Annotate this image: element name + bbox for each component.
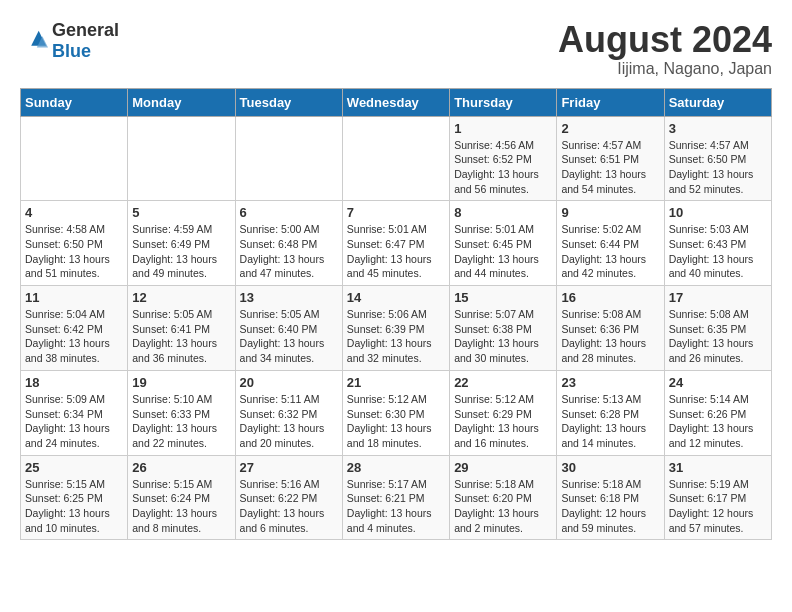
day-info: Sunrise: 5:08 AMSunset: 6:35 PMDaylight:… <box>669 307 767 366</box>
calendar-cell: 15Sunrise: 5:07 AMSunset: 6:38 PMDayligh… <box>450 286 557 371</box>
day-info: Sunrise: 5:01 AMSunset: 6:47 PMDaylight:… <box>347 222 445 281</box>
calendar-cell: 8Sunrise: 5:01 AMSunset: 6:45 PMDaylight… <box>450 201 557 286</box>
day-info: Sunrise: 4:57 AMSunset: 6:51 PMDaylight:… <box>561 138 659 197</box>
day-number: 21 <box>347 375 445 390</box>
day-info: Sunrise: 4:59 AMSunset: 6:49 PMDaylight:… <box>132 222 230 281</box>
day-number: 5 <box>132 205 230 220</box>
calendar-cell: 4Sunrise: 4:58 AMSunset: 6:50 PMDaylight… <box>21 201 128 286</box>
calendar-cell: 5Sunrise: 4:59 AMSunset: 6:49 PMDaylight… <box>128 201 235 286</box>
logo: General Blue <box>20 20 119 62</box>
header-day-tuesday: Tuesday <box>235 88 342 116</box>
calendar-week-3: 11Sunrise: 5:04 AMSunset: 6:42 PMDayligh… <box>21 286 772 371</box>
day-number: 11 <box>25 290 123 305</box>
day-info: Sunrise: 4:57 AMSunset: 6:50 PMDaylight:… <box>669 138 767 197</box>
day-info: Sunrise: 5:08 AMSunset: 6:36 PMDaylight:… <box>561 307 659 366</box>
day-info: Sunrise: 5:02 AMSunset: 6:44 PMDaylight:… <box>561 222 659 281</box>
day-number: 2 <box>561 121 659 136</box>
day-number: 19 <box>132 375 230 390</box>
day-info: Sunrise: 5:05 AMSunset: 6:40 PMDaylight:… <box>240 307 338 366</box>
calendar-cell: 6Sunrise: 5:00 AMSunset: 6:48 PMDaylight… <box>235 201 342 286</box>
day-info: Sunrise: 5:07 AMSunset: 6:38 PMDaylight:… <box>454 307 552 366</box>
calendar-cell: 17Sunrise: 5:08 AMSunset: 6:35 PMDayligh… <box>664 286 771 371</box>
calendar-cell <box>235 116 342 201</box>
header-day-saturday: Saturday <box>664 88 771 116</box>
day-info: Sunrise: 5:19 AMSunset: 6:17 PMDaylight:… <box>669 477 767 536</box>
day-info: Sunrise: 4:56 AMSunset: 6:52 PMDaylight:… <box>454 138 552 197</box>
header-day-friday: Friday <box>557 88 664 116</box>
day-info: Sunrise: 5:15 AMSunset: 6:24 PMDaylight:… <box>132 477 230 536</box>
calendar-header: SundayMondayTuesdayWednesdayThursdayFrid… <box>21 88 772 116</box>
day-info: Sunrise: 5:14 AMSunset: 6:26 PMDaylight:… <box>669 392 767 451</box>
logo-text-blue: Blue <box>52 41 91 61</box>
calendar-body: 1Sunrise: 4:56 AMSunset: 6:52 PMDaylight… <box>21 116 772 540</box>
day-number: 28 <box>347 460 445 475</box>
calendar-cell: 7Sunrise: 5:01 AMSunset: 6:47 PMDaylight… <box>342 201 449 286</box>
calendar-week-4: 18Sunrise: 5:09 AMSunset: 6:34 PMDayligh… <box>21 370 772 455</box>
day-number: 12 <box>132 290 230 305</box>
day-number: 16 <box>561 290 659 305</box>
calendar-cell <box>342 116 449 201</box>
day-number: 26 <box>132 460 230 475</box>
calendar-cell: 12Sunrise: 5:05 AMSunset: 6:41 PMDayligh… <box>128 286 235 371</box>
day-number: 8 <box>454 205 552 220</box>
day-info: Sunrise: 5:12 AMSunset: 6:30 PMDaylight:… <box>347 392 445 451</box>
calendar-cell: 30Sunrise: 5:18 AMSunset: 6:18 PMDayligh… <box>557 455 664 540</box>
day-info: Sunrise: 5:04 AMSunset: 6:42 PMDaylight:… <box>25 307 123 366</box>
calendar-cell: 10Sunrise: 5:03 AMSunset: 6:43 PMDayligh… <box>664 201 771 286</box>
day-info: Sunrise: 5:18 AMSunset: 6:18 PMDaylight:… <box>561 477 659 536</box>
day-info: Sunrise: 5:11 AMSunset: 6:32 PMDaylight:… <box>240 392 338 451</box>
calendar-cell: 24Sunrise: 5:14 AMSunset: 6:26 PMDayligh… <box>664 370 771 455</box>
calendar-cell: 18Sunrise: 5:09 AMSunset: 6:34 PMDayligh… <box>21 370 128 455</box>
calendar-cell: 23Sunrise: 5:13 AMSunset: 6:28 PMDayligh… <box>557 370 664 455</box>
calendar-cell: 28Sunrise: 5:17 AMSunset: 6:21 PMDayligh… <box>342 455 449 540</box>
day-number: 27 <box>240 460 338 475</box>
calendar-cell: 25Sunrise: 5:15 AMSunset: 6:25 PMDayligh… <box>21 455 128 540</box>
day-number: 25 <box>25 460 123 475</box>
day-info: Sunrise: 5:06 AMSunset: 6:39 PMDaylight:… <box>347 307 445 366</box>
calendar-cell: 11Sunrise: 5:04 AMSunset: 6:42 PMDayligh… <box>21 286 128 371</box>
day-info: Sunrise: 4:58 AMSunset: 6:50 PMDaylight:… <box>25 222 123 281</box>
day-info: Sunrise: 5:15 AMSunset: 6:25 PMDaylight:… <box>25 477 123 536</box>
page-header: General Blue August 2024 Iijima, Nagano,… <box>20 20 772 78</box>
day-number: 31 <box>669 460 767 475</box>
calendar-week-2: 4Sunrise: 4:58 AMSunset: 6:50 PMDaylight… <box>21 201 772 286</box>
day-number: 29 <box>454 460 552 475</box>
day-number: 23 <box>561 375 659 390</box>
day-info: Sunrise: 5:13 AMSunset: 6:28 PMDaylight:… <box>561 392 659 451</box>
day-info: Sunrise: 5:17 AMSunset: 6:21 PMDaylight:… <box>347 477 445 536</box>
day-info: Sunrise: 5:00 AMSunset: 6:48 PMDaylight:… <box>240 222 338 281</box>
calendar-cell: 14Sunrise: 5:06 AMSunset: 6:39 PMDayligh… <box>342 286 449 371</box>
day-info: Sunrise: 5:09 AMSunset: 6:34 PMDaylight:… <box>25 392 123 451</box>
header-day-sunday: Sunday <box>21 88 128 116</box>
day-number: 6 <box>240 205 338 220</box>
calendar-cell: 19Sunrise: 5:10 AMSunset: 6:33 PMDayligh… <box>128 370 235 455</box>
calendar-table: SundayMondayTuesdayWednesdayThursdayFrid… <box>20 88 772 541</box>
calendar-cell: 1Sunrise: 4:56 AMSunset: 6:52 PMDaylight… <box>450 116 557 201</box>
day-number: 13 <box>240 290 338 305</box>
calendar-cell: 26Sunrise: 5:15 AMSunset: 6:24 PMDayligh… <box>128 455 235 540</box>
day-number: 1 <box>454 121 552 136</box>
calendar-cell: 22Sunrise: 5:12 AMSunset: 6:29 PMDayligh… <box>450 370 557 455</box>
day-number: 15 <box>454 290 552 305</box>
day-number: 3 <box>669 121 767 136</box>
calendar-cell: 3Sunrise: 4:57 AMSunset: 6:50 PMDaylight… <box>664 116 771 201</box>
day-number: 20 <box>240 375 338 390</box>
day-info: Sunrise: 5:10 AMSunset: 6:33 PMDaylight:… <box>132 392 230 451</box>
page-title: August 2024 <box>558 20 772 60</box>
calendar-cell: 27Sunrise: 5:16 AMSunset: 6:22 PMDayligh… <box>235 455 342 540</box>
calendar-week-5: 25Sunrise: 5:15 AMSunset: 6:25 PMDayligh… <box>21 455 772 540</box>
day-number: 24 <box>669 375 767 390</box>
header-day-wednesday: Wednesday <box>342 88 449 116</box>
day-info: Sunrise: 5:03 AMSunset: 6:43 PMDaylight:… <box>669 222 767 281</box>
day-number: 17 <box>669 290 767 305</box>
day-number: 22 <box>454 375 552 390</box>
logo-icon <box>20 27 48 55</box>
title-block: August 2024 Iijima, Nagano, Japan <box>558 20 772 78</box>
day-number: 10 <box>669 205 767 220</box>
calendar-cell: 21Sunrise: 5:12 AMSunset: 6:30 PMDayligh… <box>342 370 449 455</box>
logo-text-general: General <box>52 20 119 40</box>
calendar-cell <box>128 116 235 201</box>
day-info: Sunrise: 5:01 AMSunset: 6:45 PMDaylight:… <box>454 222 552 281</box>
calendar-cell <box>21 116 128 201</box>
day-number: 4 <box>25 205 123 220</box>
